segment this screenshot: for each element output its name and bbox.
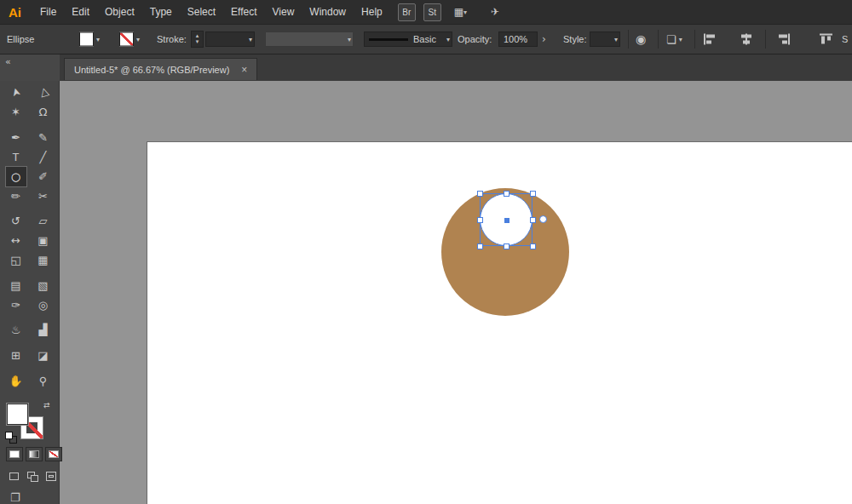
shaper-tool[interactable]: ✏ [6,186,26,206]
menu-select[interactable]: Select [180,0,223,24]
free-transform-tool[interactable]: ▣ [33,231,54,250]
mesh-tool[interactable]: ▤ [6,276,26,295]
document-tab[interactable]: Untitled-5* @ 66.67% (RGB/Preview) × [64,58,257,80]
ellipse-tool[interactable]: ○ [6,167,26,186]
selection-bounding-box [480,193,532,246]
color-button[interactable] [6,447,23,461]
pen-tool[interactable]: ✒ [6,128,26,147]
draw-inside-mode-button[interactable] [43,470,59,483]
transform-panel-button[interactable]: ❏ ▾ [666,33,682,46]
hand-icon: ✋ [9,375,22,387]
gradient-tool[interactable]: ▧ [33,276,54,295]
opacity-panel-arrow[interactable]: › [542,33,546,45]
direct-selection-tool[interactable]: ▷ [33,83,54,102]
stroke-color-dropdown[interactable]: ▾ [119,32,140,47]
opacity-input[interactable]: 100% [498,32,538,47]
default-fill-stroke-icon[interactable] [5,432,17,443]
lasso-tool[interactable]: Ω [33,102,54,122]
hand-tool[interactable]: ✋ [6,371,26,391]
align-vertical-top-icon[interactable] [820,34,832,45]
chevron-down-icon: ▾ [96,36,100,43]
swap-fill-stroke-icon[interactable]: ⇄ [43,401,50,410]
live-shape-widget[interactable] [539,215,547,223]
bridge-button[interactable]: Br [398,3,416,21]
menu-edit[interactable]: Edit [64,0,97,24]
shape-center-point[interactable] [504,218,509,223]
slice-tool[interactable]: ◪ [33,346,54,365]
zoom-tool[interactable]: ⚲ [33,371,54,391]
none-button[interactable] [45,447,62,461]
eyedropper-tool[interactable]: ✑ [6,295,26,315]
gradient-swatch [29,450,39,458]
menu-view[interactable]: View [265,0,302,24]
selection-handle-nw[interactable] [477,191,483,197]
align-horizontal-center-icon[interactable] [740,34,753,45]
rotate-tool[interactable]: ↺ [6,211,26,231]
artboard-icon: ⊞ [11,349,20,362]
close-tab-icon[interactable]: × [241,64,247,76]
align-horizontal-right-icon[interactable] [777,34,790,45]
fill-color-dropdown[interactable]: ▾ [79,32,100,47]
stepper-down-icon[interactable]: ▾ [196,39,199,45]
selection-handle-w[interactable] [477,217,483,223]
symbol-sprayer-icon: ♨ [11,324,21,336]
menu-window[interactable]: Window [302,0,354,24]
perspective-grid-tool[interactable]: ▦ [33,250,54,270]
shaper-icon: ✏ [11,190,20,203]
column-graph-tool[interactable]: ▟ [33,320,54,340]
draw-behind-mode-button[interactable] [25,470,40,483]
chevron-down-icon: ▾ [443,36,450,43]
paintbrush-tool[interactable]: ✐ [33,167,54,186]
canvas-pasteboard[interactable] [60,81,852,504]
arrange-documents-button[interactable]: ▦ ▾ [454,6,467,18]
width-profile-dropdown[interactable]: ▾ [265,32,354,47]
slice-icon: ◪ [37,349,48,362]
collapse-panel-icon[interactable]: « [5,56,10,67]
magic-wand-tool[interactable]: ✶ [6,102,26,122]
menu-type[interactable]: Type [142,0,180,24]
line-segment-tool[interactable]: ╱ [33,147,54,167]
symbol-sprayer-tool[interactable]: ♨ [6,320,26,340]
selection-handle-e[interactable] [530,217,536,223]
shape-builder-icon: ◱ [10,254,20,266]
clipped-right-label: S [842,34,848,44]
color-swatch [9,450,20,458]
stroke-none-swatch [119,32,134,47]
free-transform-icon: ▣ [37,234,48,247]
screen-mode-button[interactable]: ❐ [10,491,20,504]
stroke-weight-dropdown[interactable]: ▾ [205,32,255,47]
selection-handle-n[interactable] [504,191,509,197]
gpu-performance-button[interactable]: ✈ [491,6,499,18]
selection-handle-s[interactable] [504,243,509,249]
selection-tool[interactable]: ➤ [6,83,26,102]
menu-help[interactable]: Help [354,0,390,24]
align-horizontal-left-icon[interactable] [704,34,717,45]
stroke-weight-label[interactable]: Stroke: [157,34,187,44]
brush-stroke-preview [369,38,408,41]
type-tool[interactable]: T [6,147,26,167]
scale-tool[interactable]: ▱ [33,211,54,231]
selection-handle-ne[interactable] [530,191,536,197]
scissors-tool[interactable]: ✂ [33,186,54,206]
blend-tool[interactable]: ◎ [33,295,54,315]
recolor-artwork-icon[interactable]: ◉ [636,32,646,46]
magic-wand-icon: ✶ [11,106,20,118]
opacity-label[interactable]: Opacity: [458,34,492,44]
menu-file[interactable]: File [32,0,64,24]
shape-builder-tool[interactable]: ◱ [6,250,26,270]
artboard-tool[interactable]: ⊞ [6,346,26,365]
width-tool[interactable]: ↔ [6,231,26,250]
style-label: Style: [563,34,587,44]
selection-handle-se[interactable] [530,243,536,249]
fill-indicator[interactable] [6,403,29,426]
gradient-button[interactable] [26,447,43,461]
graphic-style-dropdown[interactable]: ▾ [590,32,620,47]
stroke-weight-stepper[interactable]: ▴ ▾ [191,31,204,48]
selection-handle-sw[interactable] [477,243,483,249]
brush-definition-dropdown[interactable]: Basic ▾ [364,32,452,47]
curvature-tool[interactable]: ✎ [33,128,54,147]
stock-button[interactable]: St [423,3,441,21]
menu-object[interactable]: Object [97,0,142,24]
draw-normal-mode-button[interactable] [6,470,21,483]
menu-effect[interactable]: Effect [223,0,264,24]
